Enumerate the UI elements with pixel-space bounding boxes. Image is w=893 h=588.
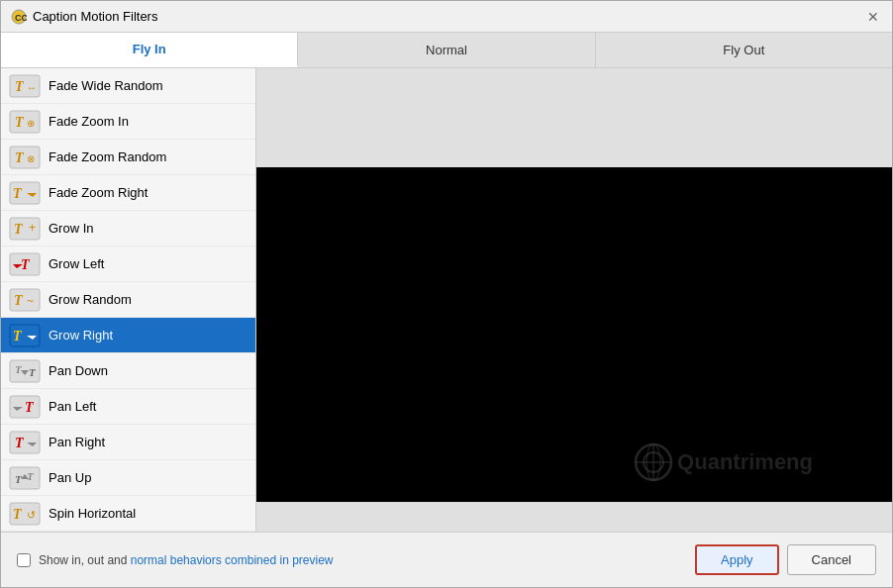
svg-text:+: + — [29, 221, 36, 235]
list-scroll[interactable]: T ↔ Fade Wide Random T ⊕ Fade Zoom In T … — [1, 68, 255, 532]
label-grow-in: Grow In — [49, 221, 94, 236]
svg-text:T: T — [14, 222, 24, 237]
preview-checkbox[interactable] — [17, 553, 31, 567]
close-button[interactable]: ✕ — [864, 8, 882, 26]
label-fade-zoom-right: Fade Zoom Right — [49, 185, 148, 200]
apply-button[interactable]: Apply — [695, 544, 779, 575]
svg-text:T: T — [15, 79, 25, 94]
svg-text:T: T — [13, 507, 23, 522]
svg-text:⊗: ⊗ — [27, 153, 35, 164]
label-pan-down: Pan Down — [49, 363, 108, 378]
svg-text:T: T — [13, 186, 23, 201]
svg-text:T: T — [13, 329, 23, 343]
watermark: Quantrimeng — [634, 442, 813, 482]
icon-grow-left: T — [9, 250, 41, 278]
cancel-button[interactable]: Cancel — [787, 544, 876, 575]
list-item-fade-zoom-in[interactable]: T ⊕ Fade Zoom In — [1, 104, 255, 140]
label-grow-left: Grow Left — [49, 256, 104, 271]
window-icon: CC — [11, 9, 27, 25]
list-item-fade-zoom-random[interactable]: T ⊗ Fade Zoom Random — [1, 140, 255, 175]
label-spin-horizontal: Spin Horizontal — [49, 506, 136, 521]
list-item-pan-left[interactable]: T Pan Left — [1, 389, 255, 425]
list-item-grow-in[interactable]: T + Grow In — [1, 211, 255, 246]
label-pan-right: Pan Right — [49, 435, 105, 449]
list-item-spin-horizontal[interactable]: T ↺ Spin Horizontal — [1, 496, 255, 532]
svg-text:⊕: ⊕ — [27, 118, 35, 129]
svg-text:↺: ↺ — [27, 509, 36, 521]
preview-top-area — [256, 68, 892, 167]
icon-spin-horizontal: T ↺ — [9, 500, 41, 528]
icon-grow-in: T + — [9, 215, 41, 243]
label-grow-random: Grow Random — [49, 292, 132, 307]
footer-label: Show in, out and normal behaviors combin… — [39, 553, 334, 567]
icon-fade-zoom-random: T ⊗ — [9, 144, 41, 171]
svg-text:T: T — [14, 293, 24, 308]
list-item-grow-right[interactable]: T Grow Right — [1, 318, 255, 353]
list-item-fade-zoom-right[interactable]: T Fade Zoom Right — [1, 175, 255, 211]
window-title: Caption Motion Filters — [33, 9, 157, 24]
list-item-pan-down[interactable]: T T Pan Down — [1, 353, 255, 389]
svg-text:T: T — [21, 257, 31, 272]
preview-bottom-area — [256, 502, 892, 532]
list-item-fade-wide-random[interactable]: T ↔ Fade Wide Random — [1, 68, 255, 104]
tab-fly-out[interactable]: Fly Out — [596, 33, 892, 67]
footer: Show in, out and normal behaviors combin… — [1, 532, 892, 587]
tab-bar: Fly In Normal Fly Out — [1, 33, 892, 68]
svg-text:↔: ↔ — [27, 82, 37, 93]
icon-pan-up: T T — [9, 464, 41, 492]
icon-fade-zoom-in: T ⊕ — [9, 108, 41, 136]
normal-behaviors-link[interactable]: normal behaviors combined in preview — [131, 553, 334, 567]
label-fade-zoom-in: Fade Zoom In — [49, 114, 129, 129]
icon-pan-left: T — [9, 393, 41, 421]
icon-pan-right: T — [9, 429, 41, 456]
footer-left: Show in, out and normal behaviors combin… — [17, 553, 334, 567]
label-fade-wide-random: Fade Wide Random — [49, 78, 163, 93]
list-item-grow-random[interactable]: T ~ Grow Random — [1, 282, 255, 318]
title-bar: CC Caption Motion Filters ✕ — [1, 1, 892, 33]
svg-text:T: T — [15, 115, 25, 130]
svg-text:~: ~ — [27, 294, 34, 308]
icon-grow-random: T ~ — [9, 286, 41, 314]
list-panel: T ↔ Fade Wide Random T ⊕ Fade Zoom In T … — [1, 68, 256, 532]
tab-normal[interactable]: Normal — [298, 33, 595, 67]
svg-text:T: T — [15, 436, 25, 450]
list-item-grow-left[interactable]: T Grow Left — [1, 246, 255, 282]
watermark-text: Quantrimeng — [677, 449, 813, 475]
label-fade-zoom-random: Fade Zoom Random — [49, 149, 166, 164]
icon-grow-right: T — [9, 322, 41, 349]
icon-fade-wide-random: T ↔ — [9, 72, 41, 100]
preview-panel: Quantrimeng — [256, 68, 892, 532]
title-bar-left: CC Caption Motion Filters — [11, 9, 157, 25]
label-pan-left: Pan Left — [49, 399, 96, 414]
svg-text:T: T — [25, 400, 35, 415]
icon-pan-down: T T — [9, 357, 41, 385]
svg-text:T: T — [15, 150, 25, 165]
footer-buttons: Apply Cancel — [695, 544, 876, 575]
list-item-pan-up[interactable]: T T Pan Up — [1, 460, 255, 496]
preview-video: Quantrimeng — [256, 167, 892, 502]
icon-fade-zoom-right: T — [9, 179, 41, 207]
tab-fly-in[interactable]: Fly In — [1, 33, 298, 67]
main-content: T ↔ Fade Wide Random T ⊕ Fade Zoom In T … — [1, 68, 892, 532]
main-window: CC Caption Motion Filters ✕ Fly In Norma… — [0, 0, 893, 588]
svg-text:CC: CC — [15, 13, 27, 23]
list-item-pan-right[interactable]: T Pan Right — [1, 425, 255, 460]
label-pan-up: Pan Up — [49, 470, 91, 485]
label-grow-right: Grow Right — [49, 328, 113, 343]
